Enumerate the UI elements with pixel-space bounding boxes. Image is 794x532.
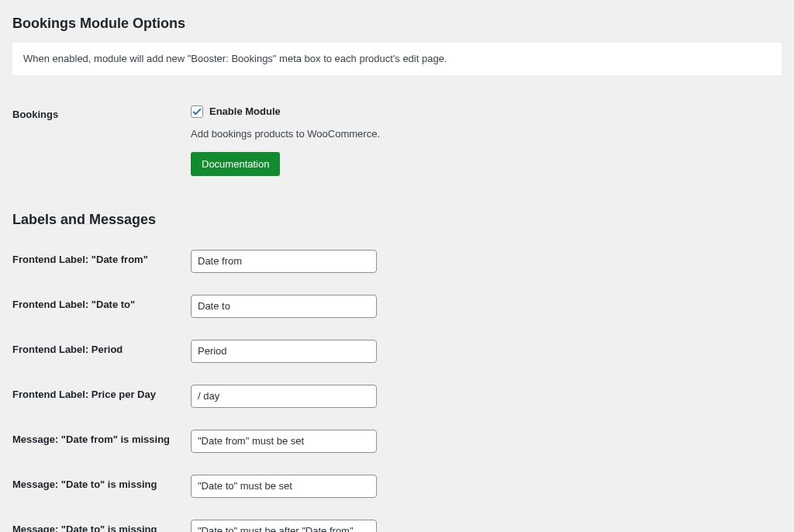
row-label-date-to: Frontend Label: "Date to" (12, 284, 191, 329)
checkmark-icon (192, 106, 202, 117)
enable-module-checkbox[interactable] (191, 105, 203, 118)
msg-date-to-after-input[interactable] (191, 520, 377, 532)
row-label-msg-date-from-missing: Message: "Date from" is missing (12, 419, 191, 464)
period-input[interactable] (191, 340, 377, 363)
enable-module-label: Enable Module (209, 105, 281, 119)
date-to-input[interactable] (191, 295, 377, 318)
msg-date-to-missing-input[interactable] (191, 475, 377, 498)
row-label-bookings: Bookings (12, 94, 191, 186)
enable-module-help: Add bookings products to WooCommerce. (191, 127, 774, 141)
row-label-msg-date-to-after: Message: "Date to" is missing (12, 509, 191, 532)
price-per-day-input[interactable] (191, 385, 377, 408)
msg-date-from-missing-input[interactable] (191, 430, 377, 453)
row-label-period: Frontend Label: Period (12, 329, 191, 374)
section-title-bookings-options: Bookings Module Options (12, 14, 782, 33)
row-label-date-from: Frontend Label: "Date from" (12, 239, 191, 284)
date-from-input[interactable] (191, 250, 377, 273)
section-title-labels-messages: Labels and Messages (12, 210, 782, 230)
documentation-button[interactable]: Documentation (191, 152, 280, 176)
row-label-price-per-day: Frontend Label: Price per Day (12, 374, 191, 419)
section-description: When enabled, module will add new "Boost… (12, 43, 782, 75)
row-label-msg-date-to-missing: Message: "Date to" is missing (12, 464, 191, 509)
